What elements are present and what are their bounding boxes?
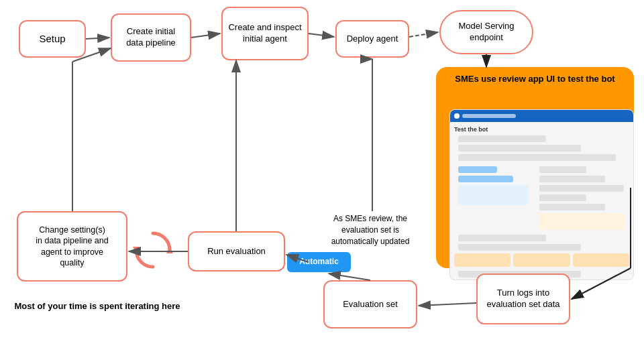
diagram: SMEs use review app UI to test the bot T… [0, 0, 644, 362]
automatic-button[interactable]: Automatic [287, 252, 351, 272]
svg-line-5 [191, 34, 220, 38]
svg-line-12 [329, 274, 370, 280]
turn-logs-box: Turn logs intoevaluation set data [476, 274, 570, 324]
svg-marker-1 [133, 247, 140, 253]
svg-marker-0 [166, 247, 173, 253]
change-settings-box: Change setting(s)in data pipeline andage… [17, 211, 127, 282]
iterating-label: Most of your time is spent iterating her… [7, 300, 188, 312]
model-serving-box: Model Servingendpoint [439, 10, 533, 54]
svg-line-4 [86, 38, 109, 39]
svg-line-6 [309, 34, 334, 37]
cycle-icon [129, 227, 176, 274]
create-inspect-box: Create and inspectinitial agent [221, 7, 309, 60]
create-pipeline-box: Create initialdata pipeline [111, 13, 191, 62]
svg-line-11 [419, 303, 476, 306]
evaluation-set-box: Evaluation set [323, 280, 417, 328]
svg-line-7 [409, 32, 438, 37]
run-evaluation-box: Run evaluation [188, 231, 285, 272]
screenshot-mock: Test the bot [449, 109, 634, 280]
smes-review-label: As SMEs review, theevaluation set isauto… [317, 213, 424, 247]
smes-title: SMEs use review app UI to test the bot [443, 74, 627, 84]
deploy-agent-box: Deploy agent [335, 20, 409, 58]
setup-box: Setup [19, 20, 86, 58]
smes-section: SMEs use review app UI to test the bot T… [436, 67, 634, 268]
